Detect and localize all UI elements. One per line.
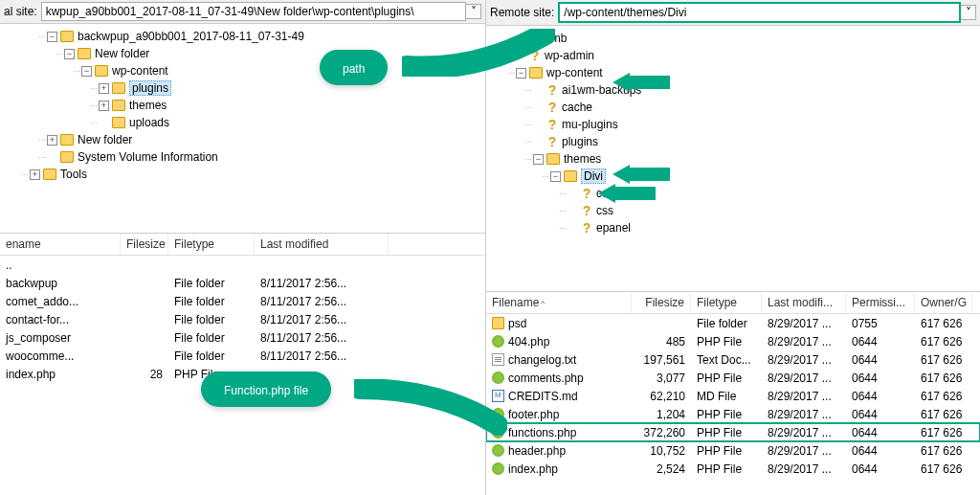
tree-label: New folder: [95, 47, 149, 60]
tree-toggle[interactable]: +: [47, 135, 57, 146]
tree-toggle[interactable]: +: [99, 101, 109, 111]
tree-item[interactable]: ⋯?epanel: [490, 219, 976, 236]
tree-label: System Volume Information: [78, 150, 218, 164]
list-item[interactable]: backwpupFile folder8/11/2017 2:56...: [0, 274, 485, 292]
tree-toggle[interactable]: −: [64, 49, 75, 59]
tree-label: themes: [129, 99, 167, 112]
unknown-icon: ?: [546, 101, 558, 114]
folder-icon: [43, 169, 56, 180]
svg-marker-1: [612, 165, 670, 184]
tree-item[interactable]: ⋯−Divi: [490, 168, 976, 185]
folder-icon: [546, 153, 560, 165]
list-item[interactable]: psdFile folder8/29/2017 ...0755617 626: [486, 314, 980, 332]
col-owner[interactable]: Owner/G: [915, 292, 972, 313]
remote-file-list[interactable]: Filename^ Filesize Filetype Last modifi.…: [486, 292, 980, 495]
list-item[interactable]: comments.php3,077PHP File8/29/2017 ...06…: [486, 369, 980, 387]
tree-item[interactable]: ⋯?css: [490, 202, 976, 219]
tree-toggle[interactable]: −: [47, 32, 57, 42]
list-item[interactable]: CREDITS.md62,210MD File8/29/2017 ...0644…: [486, 387, 980, 405]
col-filetype[interactable]: Filetype: [168, 234, 255, 255]
folder-icon: [60, 134, 74, 146]
list-item[interactable]: header.php10,752PHP File8/29/2017 ...064…: [486, 441, 980, 460]
tree-toggle[interactable]: +: [99, 83, 109, 94]
list-item[interactable]: woocomme...File folder8/11/2017 2:56...: [0, 347, 485, 365]
tree-item[interactable]: ⋯+plugins: [4, 79, 481, 97]
list-item[interactable]: index.php2,524PHP File8/29/2017 ...06446…: [486, 460, 980, 478]
callout-path: path: [320, 50, 388, 85]
tree-item[interactable]: ⋯?mu-plugins: [490, 116, 976, 133]
col-filesize[interactable]: Filesize: [632, 292, 691, 313]
unknown-icon: ?: [546, 118, 558, 131]
tree-item[interactable]: ⋯?plugins: [490, 133, 976, 150]
folder-icon: [492, 317, 504, 329]
local-site-bar: al site: ˅: [0, 0, 485, 24]
tree-label: themes: [564, 152, 601, 166]
list-item[interactable]: functions.php372,260PHP File8/29/2017 ..…: [486, 423, 980, 441]
arrow-wpcontent: [612, 73, 670, 92]
sort-caret-icon: ^: [541, 299, 545, 307]
remote-site-label: Remote site:: [490, 6, 554, 19]
folder-icon: [60, 31, 74, 42]
tree-item[interactable]: ⋯?cache: [490, 99, 976, 116]
arrow-themes: [612, 165, 670, 184]
tree-item[interactable]: ⋯uploads: [4, 114, 481, 131]
tree-item[interactable]: ⋯−wp-content: [490, 64, 976, 81]
tree-label: Tools: [60, 168, 87, 181]
col-filesize[interactable]: Filesize: [121, 234, 168, 255]
list-item[interactable]: changelog.txt197,561Text Doc...8/29/2017…: [486, 350, 980, 369]
tree-toggle[interactable]: −: [81, 66, 92, 77]
tree-label: New folder: [78, 133, 132, 146]
tree-item[interactable]: ⋯?wp-admin: [490, 47, 976, 64]
tree-item[interactable]: ⋯+Tools: [4, 166, 481, 183]
remote-path-input[interactable]: [558, 2, 961, 23]
tree-item[interactable]: ⋯?core: [490, 185, 976, 202]
tree-item[interactable]: ⋯?ai1wm-backups: [490, 81, 976, 99]
folder-icon: [95, 65, 108, 77]
tree-item[interactable]: ⋯+New folder: [4, 131, 481, 148]
local-path-input[interactable]: [41, 2, 466, 21]
php-icon: [492, 462, 504, 475]
col-modified[interactable]: Last modifi...: [762, 292, 846, 313]
col-filetype[interactable]: Filetype: [691, 292, 762, 313]
local-path-dropdown[interactable]: ˅: [466, 4, 481, 19]
list-item[interactable]: js_composerFile folder8/11/2017 2:56...: [0, 328, 485, 347]
tree-item[interactable]: ⋯?.tmb: [490, 30, 976, 47]
svg-marker-0: [612, 73, 670, 92]
local-list-header[interactable]: ename Filesize Filetype Last modified: [0, 234, 485, 256]
col-filename[interactable]: Filename: [492, 296, 539, 309]
tree-toggle[interactable]: +: [30, 169, 40, 180]
tree-item[interactable]: ⋯System Volume Information: [4, 148, 481, 166]
tree-label: wp-content: [112, 64, 168, 78]
tree-label: Divi: [581, 169, 606, 184]
tree-item[interactable]: ⋯+themes: [4, 97, 481, 114]
folder-icon: [78, 48, 91, 59]
unknown-icon: ?: [546, 135, 558, 148]
col-filename[interactable]: ename: [0, 234, 121, 255]
tree-item[interactable]: ⋯−themes: [490, 150, 976, 168]
tree-label: plugins: [129, 80, 171, 96]
remote-site-bar: Remote site: ˅: [486, 0, 980, 26]
local-file-list[interactable]: ename Filesize Filetype Last modified ..…: [0, 234, 485, 495]
list-item[interactable]: contact-for...File folder8/11/2017 2:56.…: [0, 310, 485, 328]
list-item[interactable]: footer.php1,204PHP File8/29/2017 ...0644…: [486, 405, 980, 423]
col-modified[interactable]: Last modified: [255, 234, 389, 255]
list-item[interactable]: comet_addo...File folder8/11/2017 2:56..…: [0, 292, 485, 310]
remote-list-header[interactable]: Filename^ Filesize Filetype Last modifi.…: [486, 292, 980, 314]
list-item[interactable]: ..: [0, 256, 485, 274]
col-permissions[interactable]: Permissi...: [846, 292, 915, 313]
tree-toggle[interactable]: −: [550, 171, 561, 182]
unknown-icon: ?: [581, 204, 592, 217]
tree-toggle[interactable]: −: [533, 154, 544, 165]
folder-icon: [564, 170, 577, 182]
folder-icon: [112, 100, 125, 111]
folder-icon: [60, 151, 74, 163]
tree-label: backwpup_a90bb001_2017-08-11_07-31-49: [78, 30, 304, 43]
arrow-divi: [598, 184, 656, 203]
folder-icon: [112, 117, 125, 128]
remote-path-dropdown[interactable]: ˅: [961, 5, 976, 20]
remote-tree[interactable]: ⋯?.tmb⋯?wp-admin⋯−wp-content⋯?ai1wm-back…: [486, 26, 980, 292]
tree-label: css: [596, 204, 613, 217]
local-site-label: al site:: [4, 5, 37, 18]
list-item[interactable]: 404.php485PHP File8/29/2017 ...0644617 6…: [486, 332, 980, 350]
tree-label: mu-plugins: [562, 118, 618, 131]
